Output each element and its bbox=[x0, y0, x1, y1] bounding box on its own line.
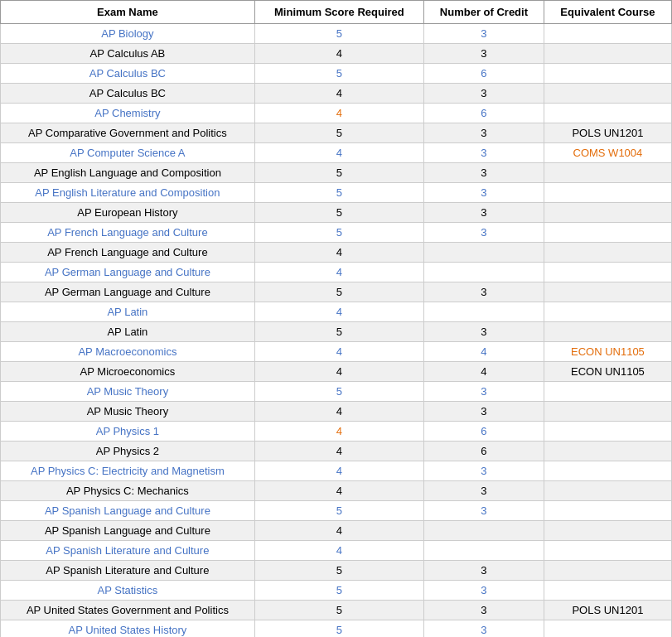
cell-exam-name: AP Physics C: Mechanics bbox=[1, 481, 255, 501]
cell-credits: 6 bbox=[424, 64, 544, 84]
cell-exam-name: AP Comparative Government and Politics bbox=[1, 123, 255, 143]
cell-equiv-course bbox=[544, 581, 671, 601]
table-row: AP Music Theory43 bbox=[1, 402, 672, 422]
cell-equiv-course bbox=[544, 44, 671, 64]
cell-credits: 6 bbox=[424, 422, 544, 442]
cell-exam-name: AP Latin bbox=[1, 322, 255, 342]
cell-exam-name: AP Spanish Language and Culture bbox=[1, 521, 255, 541]
table-row: AP Calculus BC43 bbox=[1, 84, 672, 104]
cell-equiv-course bbox=[544, 223, 671, 243]
cell-credits: 3 bbox=[424, 163, 544, 183]
table-row: AP Computer Science A43COMS W1004 bbox=[1, 143, 672, 163]
table-row: AP Microeconomics44ECON UN1105 bbox=[1, 362, 672, 382]
table-row: AP European History53 bbox=[1, 203, 672, 223]
cell-exam-name: AP Calculus BC bbox=[1, 84, 255, 104]
cell-credits: 3 bbox=[424, 581, 544, 601]
cell-min-score: 5 bbox=[254, 203, 423, 223]
cell-min-score: 5 bbox=[254, 382, 423, 402]
cell-exam-name: AP United States Government and Politics bbox=[1, 601, 255, 620]
cell-exam-name: AP Chemistry bbox=[1, 104, 255, 123]
table-row: AP Spanish Language and Culture4 bbox=[1, 521, 672, 541]
cell-min-score: 4 bbox=[254, 422, 423, 442]
cell-credits: 3 bbox=[424, 183, 544, 203]
cell-equiv-course bbox=[544, 24, 671, 44]
table-row: AP Physics C: Mechanics43 bbox=[1, 481, 672, 501]
cell-equiv-course bbox=[544, 422, 671, 442]
cell-equiv-course: POLS UN1201 bbox=[544, 123, 671, 143]
cell-min-score: 4 bbox=[254, 402, 423, 422]
table-row: AP Chemistry46 bbox=[1, 104, 672, 123]
table-row: AP Calculus BC56 bbox=[1, 64, 672, 84]
table-row: AP Spanish Literature and Culture53 bbox=[1, 561, 672, 581]
table-row: AP Spanish Literature and Culture4 bbox=[1, 541, 672, 561]
cell-credits: 3 bbox=[424, 601, 544, 620]
cell-credits: 3 bbox=[424, 382, 544, 402]
table-row: AP Physics 146 bbox=[1, 422, 672, 442]
cell-credits bbox=[424, 243, 544, 263]
cell-min-score: 5 bbox=[254, 581, 423, 601]
cell-min-score: 4 bbox=[254, 461, 423, 481]
header-min-score: Minimum Score Required bbox=[254, 1, 423, 24]
cell-equiv-course bbox=[544, 501, 671, 521]
cell-min-score: 5 bbox=[254, 501, 423, 521]
cell-credits: 3 bbox=[424, 322, 544, 342]
cell-credits bbox=[424, 302, 544, 322]
cell-credits: 3 bbox=[424, 84, 544, 104]
cell-exam-name: AP French Language and Culture bbox=[1, 243, 255, 263]
cell-min-score: 5 bbox=[254, 24, 423, 44]
ap-credit-table: Exam Name Minimum Score Required Number … bbox=[0, 0, 672, 637]
cell-credits bbox=[424, 521, 544, 541]
cell-credits: 3 bbox=[424, 620, 544, 638]
cell-equiv-course: ECON UN1105 bbox=[544, 342, 671, 362]
cell-credits: 3 bbox=[424, 402, 544, 422]
cell-exam-name: AP Spanish Language and Culture bbox=[1, 501, 255, 521]
cell-min-score: 5 bbox=[254, 561, 423, 581]
cell-equiv-course bbox=[544, 203, 671, 223]
table-row: AP Statistics53 bbox=[1, 581, 672, 601]
cell-min-score: 4 bbox=[254, 541, 423, 561]
cell-exam-name: AP Calculus BC bbox=[1, 64, 255, 84]
cell-credits: 3 bbox=[424, 203, 544, 223]
table-row: AP Latin53 bbox=[1, 322, 672, 342]
cell-credits: 3 bbox=[424, 481, 544, 501]
cell-min-score: 5 bbox=[254, 601, 423, 620]
cell-min-score: 5 bbox=[254, 322, 423, 342]
cell-credits bbox=[424, 263, 544, 282]
cell-equiv-course bbox=[544, 183, 671, 203]
table-row: AP French Language and Culture53 bbox=[1, 223, 672, 243]
table-row: AP Physics C: Electricity and Magnetism4… bbox=[1, 461, 672, 481]
table-row: AP Physics 246 bbox=[1, 442, 672, 461]
cell-min-score: 4 bbox=[254, 342, 423, 362]
cell-credits: 4 bbox=[424, 362, 544, 382]
header-exam-name: Exam Name bbox=[1, 1, 255, 24]
cell-equiv-course bbox=[544, 322, 671, 342]
cell-equiv-course bbox=[544, 521, 671, 541]
cell-exam-name: AP Calculus AB bbox=[1, 44, 255, 64]
cell-min-score: 4 bbox=[254, 143, 423, 163]
cell-min-score: 4 bbox=[254, 442, 423, 461]
table-row: AP English Literature and Composition53 bbox=[1, 183, 672, 203]
header-equiv-course: Equivalent Course bbox=[544, 1, 671, 24]
table-row: AP Spanish Language and Culture53 bbox=[1, 501, 672, 521]
cell-min-score: 4 bbox=[254, 362, 423, 382]
table-row: AP United States Government and Politics… bbox=[1, 601, 672, 620]
table-row: AP Macroeconomics44ECON UN1105 bbox=[1, 342, 672, 362]
cell-exam-name: AP German Language and Culture bbox=[1, 282, 255, 302]
cell-min-score: 5 bbox=[254, 223, 423, 243]
cell-equiv-course bbox=[544, 481, 671, 501]
cell-credits: 3 bbox=[424, 461, 544, 481]
cell-equiv-course bbox=[544, 541, 671, 561]
cell-credits: 3 bbox=[424, 561, 544, 581]
cell-min-score: 4 bbox=[254, 263, 423, 282]
cell-equiv-course bbox=[544, 263, 671, 282]
cell-credits: 3 bbox=[424, 143, 544, 163]
cell-equiv-course bbox=[544, 64, 671, 84]
table-row: AP Comparative Government and Politics53… bbox=[1, 123, 672, 143]
cell-min-score: 4 bbox=[254, 44, 423, 64]
cell-credits bbox=[424, 541, 544, 561]
cell-equiv-course: POLS UN1201 bbox=[544, 601, 671, 620]
header-num-credits: Number of Credit bbox=[424, 1, 544, 24]
cell-equiv-course bbox=[544, 620, 671, 638]
cell-credits: 3 bbox=[424, 282, 544, 302]
cell-exam-name: AP Biology bbox=[1, 24, 255, 44]
